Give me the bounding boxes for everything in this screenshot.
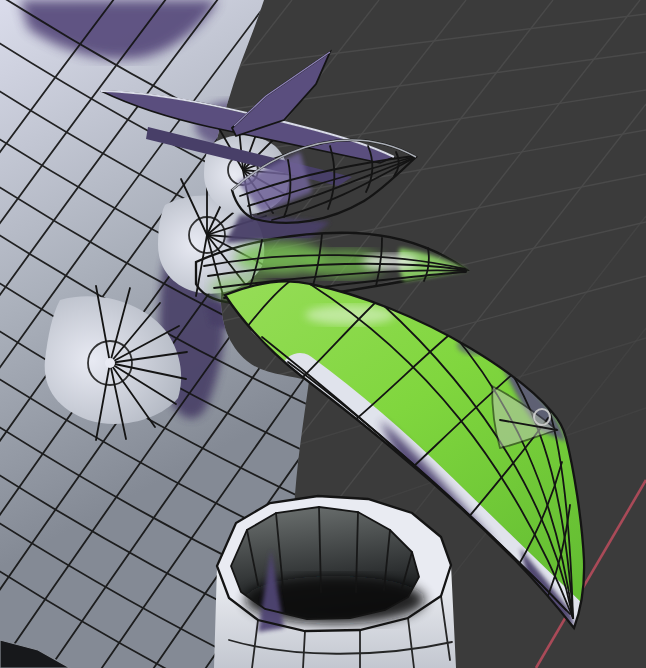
- viewport-canvas[interactable]: [0, 0, 646, 668]
- fin3-white-streak: [305, 305, 395, 325]
- 3d-viewport[interactable]: [0, 0, 646, 668]
- cylinder-object[interactable]: [214, 496, 456, 668]
